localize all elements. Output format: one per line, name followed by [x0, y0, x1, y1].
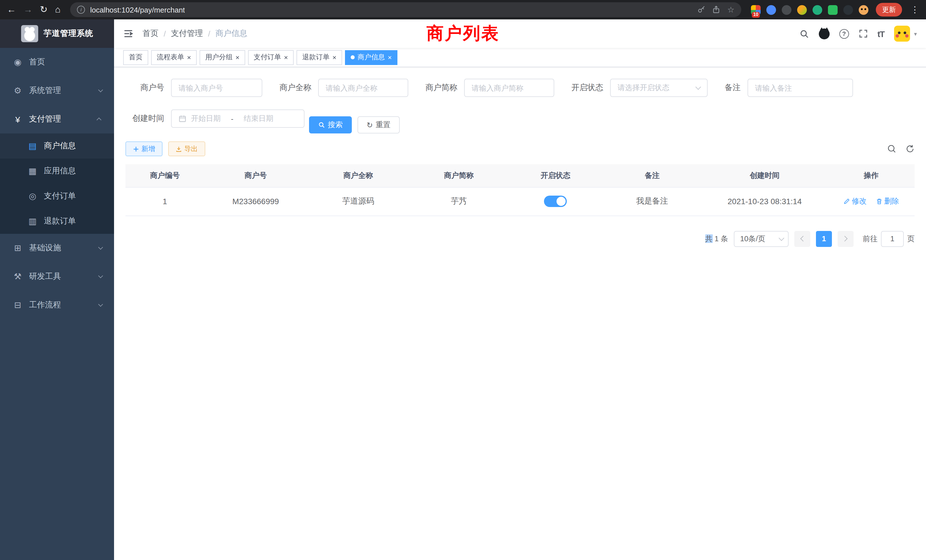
- add-button-label: 新增: [141, 144, 155, 154]
- close-icon[interactable]: ×: [236, 54, 239, 61]
- tab-user-group[interactable]: 用户分组 ×: [200, 50, 245, 65]
- sidebar-item-infrastructure[interactable]: ⊞ 基础设施: [0, 234, 114, 262]
- start-date-placeholder: 开始日期: [191, 114, 221, 124]
- home-icon[interactable]: ⌂: [55, 5, 61, 14]
- extension-icon[interactable]: [843, 5, 853, 15]
- breadcrumb-current: 商户信息: [216, 29, 247, 39]
- sidebar-item-dev-tools[interactable]: ⚒ 研发工具: [0, 262, 114, 291]
- filter-label: 商户全称: [279, 83, 311, 93]
- tab-process-form[interactable]: 流程表单 ×: [151, 50, 197, 65]
- extension-icon[interactable]: [797, 5, 807, 15]
- font-size-icon[interactable]: tT: [878, 29, 884, 38]
- sidebar-item-workflow[interactable]: ⊟ 工作流程: [0, 291, 114, 319]
- filter-label: 商户号: [126, 83, 164, 93]
- kebab-menu-icon[interactable]: ⋮: [911, 5, 919, 15]
- fullscreen-icon[interactable]: [859, 29, 868, 38]
- sidebar-item-label: 退款订单: [44, 216, 76, 226]
- breadcrumb-separator: /: [208, 29, 210, 38]
- goto-page-input[interactable]: [881, 231, 904, 247]
- reset-button-label: 重置: [376, 120, 390, 130]
- share-icon[interactable]: [713, 6, 720, 14]
- dashboard-icon: ◉: [11, 57, 24, 67]
- search-icon[interactable]: [799, 29, 809, 38]
- add-button[interactable]: 新增: [126, 141, 162, 156]
- search-button-label: 搜索: [328, 120, 343, 130]
- sidebar-item-merchant-info[interactable]: ▤ 商户信息: [0, 133, 114, 159]
- search-button[interactable]: 搜索: [309, 117, 352, 133]
- tab-refund-order[interactable]: 退款订单 ×: [297, 50, 342, 65]
- sidebar-item-label: 应用信息: [44, 166, 76, 176]
- bookmark-star-icon[interactable]: ☆: [727, 5, 734, 14]
- status-toggle[interactable]: [544, 195, 567, 207]
- reset-button[interactable]: ↻ 重置: [357, 117, 400, 133]
- site-info-icon[interactable]: i: [77, 6, 85, 14]
- forward-icon[interactable]: →: [23, 5, 32, 14]
- workflow-icon: ⊟: [11, 300, 24, 310]
- avatar[interactable]: [894, 26, 910, 42]
- help-icon[interactable]: ?: [839, 29, 849, 38]
- tab-home[interactable]: 首页: [123, 50, 148, 65]
- prev-page-button[interactable]: [794, 231, 810, 247]
- page-content: 商户号 商户全称 商户简称 开启状态 请选择开启状态: [114, 67, 926, 560]
- sidebar-item-payment[interactable]: ¥ 支付管理: [0, 105, 114, 133]
- page-size-select[interactable]: 10条/页: [734, 231, 788, 247]
- filter-merchant-no: 商户号: [126, 79, 262, 97]
- search-form: 商户号 商户全称 商户简称 开启状态 请选择开启状态: [126, 79, 915, 140]
- extension-icon[interactable]: [828, 5, 838, 15]
- back-icon[interactable]: ←: [7, 5, 16, 14]
- edit-link[interactable]: 修改: [843, 196, 867, 206]
- table-toolbar: 新增 导出: [126, 141, 915, 156]
- extension-icon[interactable]: [813, 5, 822, 15]
- extension-icon[interactable]: [766, 5, 776, 15]
- merchant-icon: ▤: [26, 141, 39, 151]
- download-icon: [176, 146, 182, 152]
- sidebar-item-system[interactable]: ⚙ 系统管理: [0, 76, 114, 105]
- caret-down-icon[interactable]: ▾: [914, 30, 917, 37]
- tab-label: 退款订单: [302, 53, 330, 62]
- merchant-name-input[interactable]: [318, 79, 408, 97]
- close-icon[interactable]: ×: [187, 54, 191, 61]
- export-button[interactable]: 导出: [168, 141, 205, 156]
- sidebar-item-refund-order[interactable]: ▥ 退款订单: [0, 209, 114, 234]
- url-text: localhost:1024/pay/merchant: [90, 5, 185, 14]
- merchant-short-input[interactable]: [464, 79, 554, 97]
- col-merchant-id: 商户编号: [126, 164, 204, 187]
- tab-label: 首页: [129, 53, 142, 62]
- date-range-picker[interactable]: 开始日期 - 结束日期: [171, 109, 304, 128]
- refresh-table-icon[interactable]: [905, 144, 915, 153]
- select-placeholder: 请选择开启状态: [617, 83, 669, 93]
- sidebar-toggle-icon[interactable]: [123, 29, 133, 39]
- app-logo[interactable]: 芋道管理系统: [0, 20, 114, 48]
- sidebar-item-label: 基础设施: [29, 243, 61, 253]
- close-icon[interactable]: ×: [284, 54, 288, 61]
- next-page-button[interactable]: [838, 231, 853, 247]
- github-icon[interactable]: [819, 28, 830, 39]
- sidebar-item-home[interactable]: ◉ 首页: [0, 48, 114, 76]
- remark-input[interactable]: [747, 79, 853, 97]
- tab-pay-order[interactable]: 支付订单 ×: [248, 50, 294, 65]
- breadcrumb-home[interactable]: 首页: [142, 29, 159, 39]
- reload-icon[interactable]: ↻: [40, 5, 48, 14]
- col-actions: 操作: [828, 164, 915, 187]
- status-select[interactable]: 请选择开启状态: [610, 79, 708, 97]
- sidebar-item-app-info[interactable]: ▦ 应用信息: [0, 159, 114, 184]
- extension-icon[interactable]: [782, 5, 791, 15]
- current-page-button[interactable]: 1: [816, 231, 832, 247]
- address-bar[interactable]: i localhost:1024/pay/merchant ☆: [70, 2, 741, 17]
- close-icon[interactable]: ×: [388, 54, 392, 61]
- chrome-update-button[interactable]: 更新: [876, 3, 902, 17]
- tab-merchant-info[interactable]: 商户信息 ×: [345, 50, 398, 65]
- breadcrumb-payment[interactable]: 支付管理: [171, 29, 203, 39]
- merchant-no-input[interactable]: [171, 79, 262, 97]
- toggle-search-icon[interactable]: [887, 144, 896, 153]
- key-icon[interactable]: [698, 6, 706, 14]
- extensions-puzzle-icon[interactable]: 10: [751, 5, 761, 15]
- sidebar-item-pay-order[interactable]: ◎ 支付订单: [0, 184, 114, 209]
- col-remark: 备注: [603, 164, 702, 187]
- delete-label: 删除: [884, 196, 899, 206]
- page-size-value: 10条/页: [740, 233, 765, 244]
- close-icon[interactable]: ×: [333, 54, 336, 61]
- filter-create-time: 创建时间 开始日期 - 结束日期: [126, 109, 304, 128]
- profile-avatar-icon[interactable]: [859, 5, 869, 15]
- delete-link[interactable]: 删除: [876, 196, 899, 206]
